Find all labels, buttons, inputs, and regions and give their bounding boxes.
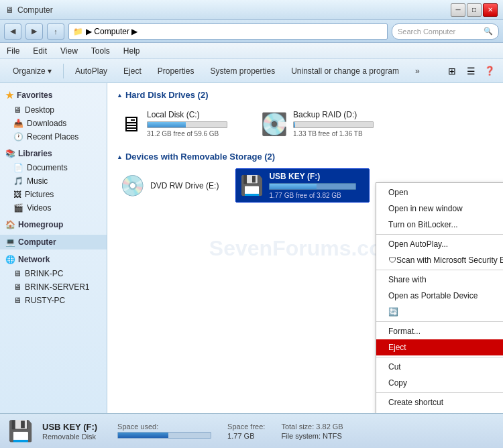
- system-properties-button[interactable]: System properties: [203, 62, 282, 80]
- status-info: USB KEY (F:) Removable Disk: [42, 422, 97, 441]
- sidebar-item-pictures-label: Pictures: [25, 190, 54, 199]
- forward-button[interactable]: ▶: [25, 23, 43, 40]
- ctx-scan-security[interactable]: 🛡 Scan with Microsoft Security Essential…: [376, 252, 503, 268]
- local-disk-icon: 🖥: [120, 113, 142, 135]
- rusty-pc-icon: 🖥: [13, 296, 21, 305]
- sidebar-item-pictures[interactable]: 🖼 Pictures: [0, 188, 107, 201]
- autoplay-button[interactable]: AutoPlay: [68, 62, 115, 80]
- libraries-label: Libraries: [18, 149, 52, 158]
- ctx-share-with[interactable]: Share with ▶: [376, 272, 503, 288]
- ctx-scan-label: Scan with Microsoft Security Essentials.…: [396, 256, 503, 265]
- ctx-share-label: Share with: [388, 275, 427, 284]
- menu-view[interactable]: View: [58, 45, 80, 57]
- sidebar: ★ Favorites 🖥 Desktop 📥 Downloads 🕐 Rece…: [0, 83, 107, 413]
- context-menu: Open Open in new window Turn on BitLocke…: [376, 182, 503, 413]
- hard-disk-drives-row: 🖥 Local Disk (C:) 31.2 GB free of 59.6 G…: [117, 107, 494, 141]
- ctx-format[interactable]: Format...: [376, 323, 503, 339]
- ctx-separator-3: [376, 321, 503, 322]
- view-list-button[interactable]: ☰: [463, 63, 479, 79]
- help-button[interactable]: ❓: [482, 63, 498, 79]
- ctx-bitlocker[interactable]: Turn on BitLocker...: [376, 217, 503, 233]
- computer-header[interactable]: 💻 Computer: [0, 235, 107, 249]
- uninstall-button[interactable]: Uninstall or change a program: [284, 62, 406, 80]
- eject-button[interactable]: Eject: [116, 62, 149, 80]
- drive-local-c[interactable]: 🖥 Local Disk (C:) 31.2 GB free of 59.6 G…: [117, 107, 244, 141]
- view-toggle-button[interactable]: ⊞: [444, 63, 460, 79]
- minimize-button[interactable]: ─: [451, 3, 465, 17]
- ctx-open-new-window[interactable]: Open in new window: [376, 201, 503, 217]
- status-space-used: Space used:: [117, 423, 211, 440]
- removable-section-header: Devices with Removable Storage (2): [117, 152, 494, 162]
- ctx-separator-5: [376, 392, 503, 393]
- sidebar-item-recent[interactable]: 🕐 Recent Places: [0, 130, 107, 144]
- sidebar-item-videos[interactable]: 🎬 Videos: [0, 201, 107, 215]
- usb-info: USB KEY (F:) 1.77 GB free of 3.82 GB: [269, 172, 356, 199]
- ctx-cut[interactable]: Cut: [376, 359, 503, 375]
- libraries-section: 📚 Libraries 📄 Documents 🎵 Music 🖼 Pictur…: [0, 146, 107, 215]
- libraries-header[interactable]: 📚 Libraries: [0, 146, 107, 161]
- ctx-scan-icon: 🛡: [388, 256, 396, 265]
- back-button[interactable]: ◀: [4, 23, 21, 40]
- organize-button[interactable]: Organize ▾: [5, 62, 59, 80]
- window-icon: 🖥: [5, 5, 13, 15]
- hard-disk-section-header: Hard Disk Drives (2): [117, 90, 494, 100]
- folder-icon: 📁: [73, 27, 83, 36]
- sidebar-item-documents[interactable]: 📄 Documents: [0, 161, 107, 174]
- music-icon: 🎵: [13, 176, 23, 186]
- ctx-autoplay[interactable]: Open AutoPlay...: [376, 236, 503, 252]
- network-header[interactable]: 🌐 Network: [0, 252, 107, 267]
- drive-usb-f[interactable]: 💾 USB KEY (F:) 1.77 GB free of 3.82 GB: [235, 168, 370, 203]
- sidebar-item-rusty-pc[interactable]: 🖥 RUSTY-PC: [0, 294, 107, 307]
- sidebar-item-desktop[interactable]: 🖥 Desktop: [0, 103, 107, 117]
- sidebar-item-music[interactable]: 🎵 Music: [0, 174, 107, 188]
- brink-server-icon: 🖥: [13, 282, 21, 292]
- ctx-portable-device[interactable]: Open as Portable Device: [376, 288, 503, 304]
- ctx-eject[interactable]: Eject: [376, 339, 503, 355]
- usb-bar-container: [269, 183, 356, 190]
- address-path[interactable]: 📁 ▶ Computer ▶: [68, 23, 388, 40]
- status-space-used-label: Space used:: [117, 423, 211, 431]
- ctx-create-shortcut[interactable]: Create shortcut: [376, 394, 503, 410]
- ctx-copy[interactable]: Copy: [376, 375, 503, 391]
- sidebar-item-music-label: Music: [27, 176, 48, 186]
- ctx-open-label: Open: [388, 188, 408, 197]
- drive-backup-d[interactable]: 💽 Backup RAID (D:) 1.33 TB free of 1.36 …: [258, 107, 385, 141]
- ctx-open[interactable]: Open: [376, 184, 503, 201]
- properties-button[interactable]: Properties: [150, 62, 202, 80]
- status-drive-name: USB KEY (F:): [42, 422, 97, 432]
- star-icon: ★: [5, 90, 14, 101]
- address-text: ▶ Computer ▶: [86, 27, 137, 36]
- backup-raid-free: 1.33 TB free of 1.36 TB: [293, 130, 374, 137]
- ctx-copy-label: Copy: [388, 378, 407, 388]
- favorites-header[interactable]: ★ Favorites: [0, 87, 107, 103]
- local-disk-bar: [148, 122, 186, 127]
- menu-file[interactable]: File: [4, 45, 22, 57]
- search-box[interactable]: Search Computer 🔍: [392, 23, 499, 40]
- status-bar-fill: [118, 433, 168, 438]
- computer-label: Computer: [18, 237, 56, 247]
- backup-raid-icon: 💽: [261, 113, 288, 135]
- network-icon: 🌐: [5, 255, 15, 264]
- sidebar-item-downloads[interactable]: 📥 Downloads: [0, 117, 107, 130]
- recent-icon: 🕐: [13, 132, 23, 142]
- sidebar-item-brink-server[interactable]: 🖥 BRINK-SERVER1: [0, 280, 107, 294]
- network-label: Network: [18, 255, 50, 264]
- ctx-bitlocker-label: Turn on BitLocker...: [388, 220, 458, 229]
- homegroup-header[interactable]: 🏠 Homegroup: [0, 217, 107, 232]
- more-button[interactable]: »: [408, 62, 427, 80]
- ctx-rename[interactable]: Rename: [376, 410, 503, 413]
- ctx-scan-f[interactable]: 🔄 Scan F:\: [376, 304, 503, 320]
- menu-tools[interactable]: Tools: [89, 45, 113, 57]
- maximize-button[interactable]: □: [467, 3, 482, 17]
- backup-raid-info: Backup RAID (D:) 1.33 TB free of 1.36 TB: [293, 110, 374, 137]
- drive-dvd-e[interactable]: 💿 DVD RW Drive (E:): [117, 168, 222, 203]
- menu-edit[interactable]: Edit: [30, 45, 50, 57]
- sidebar-item-brink-pc[interactable]: 🖥 BRINK-PC: [0, 267, 107, 280]
- toolbar-separator: [63, 64, 64, 78]
- menu-help[interactable]: Help: [121, 45, 143, 57]
- status-filesystem-label: File system: NTFS: [281, 432, 343, 440]
- status-progress-bar: [117, 432, 211, 439]
- up-button[interactable]: ↑: [47, 23, 64, 40]
- close-button[interactable]: ✕: [483, 3, 498, 17]
- title-bar: 🖥 Computer ─ □ ✕: [0, 0, 503, 20]
